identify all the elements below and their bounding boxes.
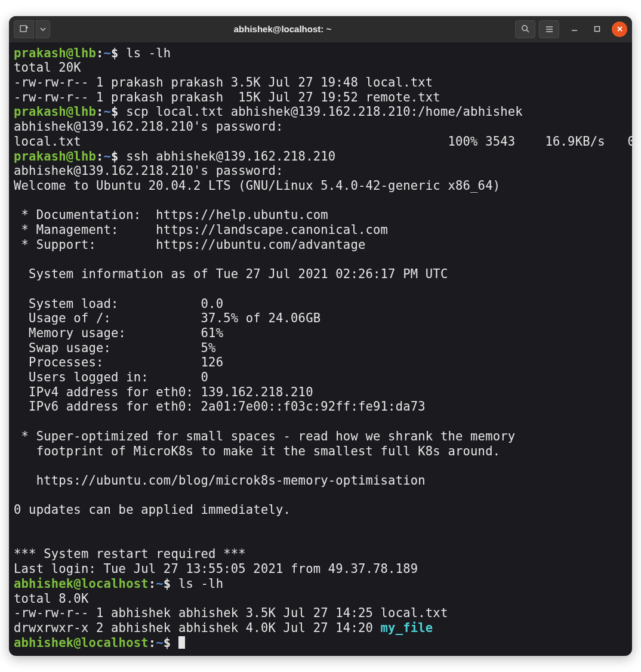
window-title: abhishek@localhost: ~ (54, 24, 511, 34)
maximize-button[interactable] (589, 21, 605, 37)
titlebar-left (14, 20, 50, 38)
output-line: -rw-rw-r-- 1 prakash prakash 3.5K Jul 27… (14, 75, 433, 90)
prompt-path: ~ (156, 577, 164, 591)
cmd: ls -lh (178, 577, 223, 591)
output-line: -rw-rw-r-- 1 prakash prakash 15K Jul 27 … (14, 90, 440, 104)
output-line: Last login: Tue Jul 27 13:55:05 2021 fro… (14, 562, 418, 576)
output-line: footprint of MicroK8s to make it the sma… (14, 444, 500, 458)
prompt-user: abhishek@localhost (14, 577, 149, 591)
maximize-icon (594, 26, 600, 32)
search-button[interactable] (515, 20, 535, 38)
output-line: System load: 0.0 (14, 297, 223, 311)
output-line: Welcome to Ubuntu 20.04.2 LTS (GNU/Linux… (14, 178, 500, 193)
output-line: abhishek@139.162.218.210's password: (14, 164, 283, 178)
output-line: 0 updates can be applied immediately. (14, 503, 291, 517)
prompt-user: abhishek@localhost (14, 636, 149, 650)
output-line: IPv4 address for eth0: 139.162.218.210 (14, 385, 313, 399)
output-line: * Support: https://ubuntu.com/advantage (14, 238, 365, 252)
svg-line-4 (526, 30, 529, 33)
prompt-user: prakash@lhb (14, 104, 96, 119)
new-tab-icon (19, 24, 29, 34)
prompt-path: ~ (104, 46, 112, 60)
cmd: ssh abhishek@139.162.218.210 (126, 149, 335, 164)
output-line: total 8.0K (14, 591, 88, 606)
output-line: * Documentation: https://help.ubuntu.com (14, 208, 328, 222)
output-line: Swap usage: 5% (14, 341, 216, 355)
output-line: local.txt 100% 3543 16.9KB/s 00:00 (14, 134, 632, 149)
prompt-user: prakash@lhb (14, 149, 96, 164)
new-tab-button[interactable] (14, 20, 34, 38)
output-line: Users logged in: 0 (14, 370, 208, 384)
cmd: scp local.txt abhishek@139.162.218.210:/… (126, 104, 523, 119)
cursor (178, 636, 185, 649)
minimize-button[interactable] (566, 21, 582, 37)
terminal-body[interactable]: prakash@lhb:~$ ls -lh total 20K -rw-rw-r… (9, 42, 632, 656)
output-line: total 20K (14, 60, 81, 75)
prompt-path: ~ (104, 149, 112, 164)
svg-point-3 (522, 26, 526, 30)
output-line: *** System restart required *** (14, 547, 246, 561)
output-line: Processes: 126 (14, 355, 223, 369)
close-icon (617, 26, 623, 32)
svg-rect-9 (594, 27, 599, 32)
menu-button[interactable] (539, 20, 559, 38)
output-line: https://ubuntu.com/blog/microk8s-memory-… (14, 473, 426, 488)
output-line: Usage of /: 37.5% of 24.06GB (14, 311, 320, 325)
tab-dropdown-button[interactable] (36, 20, 50, 38)
output-line: * Management: https://landscape.canonica… (14, 223, 388, 237)
prompt-path: ~ (156, 636, 164, 650)
minimize-icon (571, 26, 578, 32)
output-line: drwxrwxr-x 2 abhishek abhishek 4.0K Jul … (14, 621, 381, 635)
output-line: IPv6 address for eth0: 2a01:7e00::f03c:9… (14, 399, 426, 414)
output-line: Memory usage: 61% (14, 326, 223, 340)
prompt-user: prakash@lhb (14, 46, 96, 60)
output-line: -rw-rw-r-- 1 abhishek abhishek 3.5K Jul … (14, 606, 448, 620)
cmd: ls -lh (126, 46, 171, 60)
prompt-path: ~ (104, 104, 112, 119)
terminal-window: abhishek@localhost: ~ prakash@lhb:~$ ls … (9, 16, 632, 656)
titlebar: abhishek@localhost: ~ (9, 16, 632, 42)
chevron-down-icon (40, 26, 46, 32)
close-button[interactable] (612, 21, 627, 37)
output-line: System information as of Tue 27 Jul 2021… (14, 267, 448, 281)
search-icon (521, 24, 530, 33)
hamburger-icon (545, 24, 554, 33)
svg-rect-0 (20, 26, 26, 32)
titlebar-right (515, 20, 627, 38)
output-line: * Super-optimized for small spaces - rea… (14, 429, 515, 443)
directory-name: my_file (381, 621, 433, 635)
output-line: abhishek@139.162.218.210's password: (14, 119, 283, 134)
